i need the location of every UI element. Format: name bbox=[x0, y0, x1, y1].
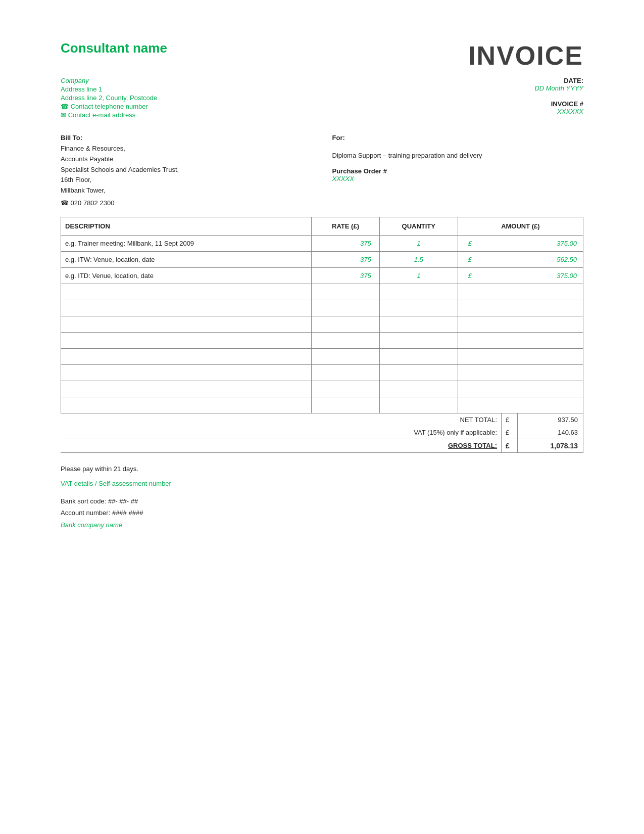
net-currency: £ bbox=[502, 413, 518, 426]
empty-qty bbox=[379, 348, 458, 364]
empty-amt bbox=[458, 397, 583, 413]
table-row: e.g. ITD: Venue, location, date 375 1 £3… bbox=[61, 267, 583, 284]
amount-currency-icon: £ bbox=[462, 240, 472, 247]
account-label: Account number: bbox=[61, 509, 110, 517]
gross-total-row: GROSS TOTAL: £ 1,078.13 bbox=[61, 439, 583, 452]
empty-desc bbox=[61, 397, 312, 413]
table-row: e.g. ITW: Venue, location, date 375 1.5 … bbox=[61, 251, 583, 267]
empty-rate bbox=[312, 300, 379, 316]
empty-desc bbox=[61, 348, 312, 364]
for-label: For: bbox=[332, 134, 584, 142]
row-quantity: 1.5 bbox=[379, 251, 458, 267]
table-header-row: DESCRIPTION RATE (£) QUANTITY AMOUNT (£) bbox=[61, 217, 583, 235]
purchase-order-value: XXXXX bbox=[332, 175, 584, 182]
email-line: ✉ Contact e-mail address bbox=[61, 111, 157, 119]
invoice-table: DESCRIPTION RATE (£) QUANTITY AMOUNT (£)… bbox=[61, 217, 583, 413]
email-icon: ✉ bbox=[61, 111, 66, 119]
invoice-number-block: INVOICE # XXXXXX bbox=[534, 100, 583, 115]
empty-amt bbox=[458, 332, 583, 348]
empty-table-row bbox=[61, 284, 583, 300]
empty-amt bbox=[458, 300, 583, 316]
header-rate: RATE (£) bbox=[312, 217, 379, 235]
empty-desc bbox=[61, 300, 312, 316]
gross-total-label: GROSS TOTAL: bbox=[61, 439, 502, 452]
bill-line-4: 16th Floor, bbox=[61, 175, 312, 186]
empty-table-row bbox=[61, 381, 583, 397]
net-amount: 937.50 bbox=[518, 413, 583, 426]
net-total-row: NET TOTAL: £ 937.50 bbox=[61, 413, 583, 426]
date-block: DATE: DD Month YYYY bbox=[534, 77, 583, 92]
row-description: e.g. ITD: Venue, location, date bbox=[61, 267, 312, 284]
bill-phone: ☎ 020 7802 2300 bbox=[61, 199, 312, 207]
row-quantity: 1 bbox=[379, 235, 458, 251]
bill-line-5: Millbank Tower, bbox=[61, 186, 312, 196]
vat-details: VAT details / Self-assessment number bbox=[61, 480, 583, 487]
empty-qty bbox=[379, 284, 458, 300]
gross-amount: 1,078.13 bbox=[518, 439, 583, 452]
empty-table-row bbox=[61, 364, 583, 381]
row-rate: 375 bbox=[312, 235, 379, 251]
bill-line-2: Accounts Payable bbox=[61, 154, 312, 165]
for-description: Diploma Support – training preparation a… bbox=[332, 152, 584, 159]
vat-total-label: VAT (15%) only if applicable: bbox=[61, 426, 502, 439]
account-value: #### #### bbox=[112, 509, 143, 517]
row-rate: 375 bbox=[312, 251, 379, 267]
empty-rate bbox=[312, 316, 379, 332]
invoice-num-value: XXXXXX bbox=[534, 108, 583, 115]
email-address: Contact e-mail address bbox=[68, 111, 136, 119]
empty-table-row bbox=[61, 300, 583, 316]
row-amount: £375.00 bbox=[458, 267, 583, 284]
empty-desc bbox=[61, 332, 312, 348]
bill-to-details: Finance & Resources, Accounts Payable Sp… bbox=[61, 144, 312, 196]
empty-rate bbox=[312, 284, 379, 300]
empty-desc bbox=[61, 381, 312, 397]
address-line2: Address line 2, County, Postcode bbox=[61, 94, 157, 102]
row-rate: 375 bbox=[312, 267, 379, 284]
header-quantity: QUANTITY bbox=[379, 217, 458, 235]
invoice-num-label: INVOICE # bbox=[534, 100, 583, 108]
row-description: e.g. ITW: Venue, location, date bbox=[61, 251, 312, 267]
bank-details: Bank sort code: ##- ##- ## Account numbe… bbox=[61, 495, 583, 531]
vat-total-row: VAT (15%) only if applicable: £ 140.63 bbox=[61, 426, 583, 439]
footer: Please pay within 21 days. VAT details /… bbox=[61, 465, 583, 531]
account-number-line: Account number: #### #### bbox=[61, 507, 583, 519]
purchase-order-block: Purchase Order # XXXXX bbox=[332, 167, 584, 182]
empty-table-row bbox=[61, 332, 583, 348]
empty-qty bbox=[379, 397, 458, 413]
row-amount: £562.50 bbox=[458, 251, 583, 267]
invoice-title: INVOICE bbox=[468, 40, 583, 71]
empty-qty bbox=[379, 332, 458, 348]
empty-desc bbox=[61, 364, 312, 381]
empty-qty bbox=[379, 316, 458, 332]
for-block: For: Diploma Support – training preparat… bbox=[312, 134, 584, 207]
bill-for-section: Bill To: Finance & Resources, Accounts P… bbox=[61, 134, 583, 207]
date-label: DATE: bbox=[534, 77, 583, 84]
date-value: DD Month YYYY bbox=[534, 84, 583, 92]
bank-sort-line: Bank sort code: ##- ##- ## bbox=[61, 495, 583, 507]
totals-table: NET TOTAL: £ 937.50 VAT (15%) only if ap… bbox=[61, 413, 583, 453]
telephone-number: Contact telephone number bbox=[71, 103, 148, 110]
net-total-label: NET TOTAL: bbox=[61, 413, 502, 426]
bill-to-label: Bill To: bbox=[61, 134, 312, 142]
header-description: DESCRIPTION bbox=[61, 217, 312, 235]
empty-amt bbox=[458, 364, 583, 381]
empty-table-row bbox=[61, 348, 583, 364]
empty-desc bbox=[61, 316, 312, 332]
bank-sort-label: Bank sort code: bbox=[61, 497, 106, 505]
empty-rate bbox=[312, 364, 379, 381]
row-description: e.g. Trainer meeting: Millbank, 11 Sept … bbox=[61, 235, 312, 251]
gross-currency: £ bbox=[502, 439, 518, 452]
empty-desc bbox=[61, 284, 312, 300]
empty-qty bbox=[379, 381, 458, 397]
vat-amount: 140.63 bbox=[518, 426, 583, 439]
empty-qty bbox=[379, 300, 458, 316]
empty-rate bbox=[312, 397, 379, 413]
row-quantity: 1 bbox=[379, 267, 458, 284]
empty-table-row bbox=[61, 316, 583, 332]
empty-rate bbox=[312, 381, 379, 397]
consultant-name: Consultant name bbox=[61, 40, 167, 56]
empty-rate bbox=[312, 348, 379, 364]
pay-notice: Please pay within 21 days. bbox=[61, 465, 583, 473]
bill-line-3: Specialist Schools and Academies Trust, bbox=[61, 165, 312, 175]
row-amount: £375.00 bbox=[458, 235, 583, 251]
